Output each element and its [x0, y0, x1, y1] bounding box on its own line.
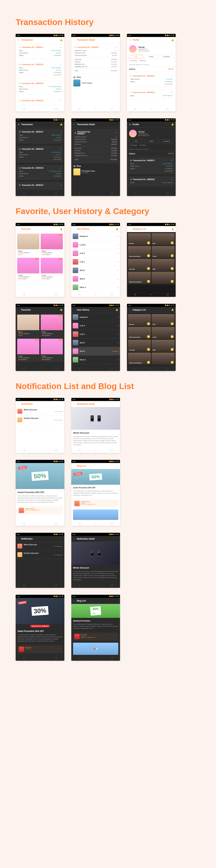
sale-banner[interactable]: 40%OFF — [71, 604, 120, 618]
hero-image: 📱📱 — [71, 542, 120, 564]
bell-icon[interactable]: 🔔 — [60, 228, 63, 230]
tab-transaction[interactable]: Transaction — [160, 55, 173, 59]
section-title: Transaction History — [16, 18, 211, 27]
blog-card[interactable] — [73, 509, 118, 520]
product-card[interactable]: Skirt 32 colors (Women)$35.00 $50.00 — [40, 234, 63, 256]
phone-blog-dark: 12:30📶 📶 ◧42% 🔋 SALES30% apple trees in … — [16, 595, 64, 661]
list-item[interactable]: Other 4✕ — [71, 283, 120, 292]
list-item[interactable]: U-10 1✕ — [71, 258, 120, 266]
phone-notification-detail-light: 12:30📶 📶 ◧42% 🔋 ←Notification Detail 📱📱 … — [71, 398, 120, 453]
back-icon[interactable]: ← — [73, 39, 76, 41]
page-title: Transaction Detail — [77, 39, 118, 41]
copy-icon[interactable]: ⎘ — [60, 46, 61, 48]
category-cell[interactable]: Kids accessories — [128, 246, 151, 258]
phone-detail-light: 12:30📶 📶 ◧42% 🔋 ←Transaction Detail ⚙Tra… — [71, 34, 120, 112]
phone-category-dark: 12:30📶 📶 ◧42% 🔋 ←Category List🔔 Women Me… — [127, 304, 176, 371]
transaction-card[interactable]: ⚙Transaction No : 20200216⎘ Shop :Youth … — [17, 62, 63, 78]
product-card[interactable]: Skirt 43 colors (Women)$81.00 — [17, 234, 39, 256]
sale-banner[interactable]: SALES50% — [71, 469, 120, 485]
category-cell[interactable]: For Kids — [128, 259, 151, 271]
copy-icon[interactable]: ⎘ — [171, 75, 172, 77]
view-detail-link[interactable]: View Detail — [19, 74, 61, 76]
back-icon[interactable]: ← — [18, 309, 20, 311]
notification-item[interactable]: Winter Discount9 months ago — [16, 407, 64, 415]
viewall-link[interactable]: View all — [168, 68, 173, 70]
bell-icon[interactable]: 🔔 — [60, 123, 63, 126]
close-icon[interactable]: ✕ — [117, 236, 118, 237]
menu-icon[interactable]: ☰ — [129, 123, 131, 126]
back-icon[interactable]: ← — [73, 538, 76, 540]
category-cell[interactable]: Dress — [152, 246, 174, 258]
product-card[interactable]: U-10 82 colors (Women)$35.00 $50.00 — [17, 258, 39, 281]
back-icon[interactable]: ← — [73, 123, 76, 126]
copy-icon[interactable]: ⎘ — [116, 46, 117, 48]
section-title: Notification List and Blog List — [16, 381, 211, 391]
bell-icon[interactable]: 🔔 — [171, 123, 174, 126]
bell-icon[interactable]: 🔔 — [60, 39, 63, 41]
phone-favourite-light: 12:30📶 📶 ◧42% 🔋 ←Favourite🔔 Skirt 43 col… — [16, 223, 64, 297]
transaction-card[interactable]: ⚙Transaction No : 20200217⎘ Shop :Youth … — [17, 44, 63, 59]
back-icon[interactable]: ← — [73, 465, 76, 467]
gear-icon: ⚙ — [19, 100, 21, 101]
copy-icon[interactable]: ⎘ — [60, 83, 61, 84]
bell-icon[interactable]: 🔔 — [171, 228, 174, 230]
phone-category-light: 12:30📶 📶 ◧42% 🔋 ←Category List🔔 Women Me… — [127, 223, 176, 297]
list-item[interactable]: Skirt 4✕ — [71, 266, 120, 275]
list-item[interactable]: Skirt 5✕ — [71, 275, 120, 283]
phone-profile-light: 12:30📶 📶 ◧42% 🔋 ☰Profile🔔 thuzar09106255… — [127, 34, 176, 112]
transaction-card[interactable]: ⚙Transaction No : 20200214⎘ — [17, 98, 63, 105]
product-card[interactable]: U-10 32 colors (Women)$35.00 $50.00 — [40, 258, 63, 281]
back-icon[interactable]: ← — [18, 228, 20, 230]
view-detail-link[interactable]: View Detail — [130, 83, 172, 85]
back-icon[interactable]: ← — [73, 228, 76, 230]
shop-card[interactable]: Youth Fashionteamps.is.cool@gmail.com — [18, 506, 63, 515]
copy-icon[interactable]: ⎘ — [60, 100, 61, 101]
category-cell[interactable]: Travel Accessories — [128, 272, 151, 284]
phone-detail-dark: 12:30📶 📶 ◧42% 🔋 ←Transaction Detail ⚙Tra… — [71, 118, 120, 196]
badge-button[interactable]: apple trees in a wildflower — [30, 625, 50, 627]
transaction-card[interactable]: ⚙Transaction No : 20200216⎘ Shop :PS Fas… — [17, 81, 63, 95]
list-item[interactable]: LJ-20 1✕ — [71, 241, 120, 249]
shop-item[interactable]: Youth Fashion — [73, 79, 118, 87]
back-icon[interactable]: ← — [129, 228, 131, 230]
menu-icon[interactable]: ☰ — [18, 123, 20, 126]
category-cell[interactable]: HEE — [152, 259, 174, 271]
bell-icon[interactable]: 🔔 — [171, 39, 174, 41]
phone-profile-dark: 12:30📶 📶 ◧42% 🔋 ☰Profile🔔 thuzar09106255… — [127, 118, 176, 196]
setting-link[interactable]: ⚙ Setting — [140, 60, 145, 61]
menu-icon[interactable]: ☰ — [18, 39, 20, 41]
copy-icon[interactable]: ⎘ — [60, 64, 61, 65]
tab-history[interactable]: History — [144, 55, 158, 59]
back-icon[interactable]: ← — [73, 600, 76, 602]
gear-icon: ⚙ — [19, 83, 21, 84]
avatar[interactable] — [129, 45, 137, 53]
list-item[interactable]: Headset 4✕ — [71, 232, 120, 241]
tab-edit[interactable]: Edit — [129, 55, 143, 59]
status-bar: 12:30📶 📶 ◧42% 🔋 — [16, 34, 64, 37]
gear-icon: ⚙ — [19, 46, 21, 48]
phone-notification-light: 12:30📶 📶 ◧42% 🔋 ←Notification Winter Dis… — [16, 398, 64, 453]
back-icon[interactable]: ← — [18, 403, 20, 405]
list-item[interactable]: U-10 3✕ — [71, 249, 120, 258]
back-icon[interactable]: ← — [129, 309, 131, 311]
phone-favourite-dark: 12:30📶 📶 ◧42% 🔋 ←Favourite🔔 Skirt 43 col… — [16, 304, 64, 371]
phone-transaction-light: 12:30📶 📶 ◧42% 🔋 ☰Transaction🔔 ⚙Transacti… — [16, 34, 64, 112]
phone-history-dark: 12:30📶 📶 ◧42% 🔋 ←User History🔔 Headset 4… — [71, 304, 120, 371]
category-cell[interactable] — [152, 272, 174, 284]
sale-banner: SALES30% — [16, 598, 64, 624]
category-cell[interactable]: Women — [128, 233, 151, 245]
bell-icon[interactable]: 🔔 — [116, 228, 118, 230]
shop-icon: 🏬 — [73, 76, 76, 78]
favourites-link[interactable]: ♡ Favourites — [129, 60, 137, 61]
back-icon[interactable]: ← — [73, 403, 76, 405]
back-icon[interactable]: ← — [73, 309, 76, 311]
menu-icon[interactable]: ☰ — [129, 39, 131, 41]
back-icon[interactable]: ← — [18, 538, 20, 540]
phone-bloglist-light: 12:30📶 📶 ◧42% 🔋 ←Blog List SALES50% Jack… — [71, 460, 120, 526]
notification-item[interactable]: Summer Discount10 months ago — [16, 415, 64, 424]
avatar[interactable] — [129, 130, 137, 137]
phone-blog-light: 12:30📶 📶 ◧42% 🔋 SALES50% Jacket Promotio… — [16, 460, 64, 526]
category-cell[interactable]: Men — [152, 233, 174, 245]
gear-icon: ⚙ — [19, 64, 21, 65]
blog-card[interactable]: 🎁 60 — [73, 643, 118, 655]
